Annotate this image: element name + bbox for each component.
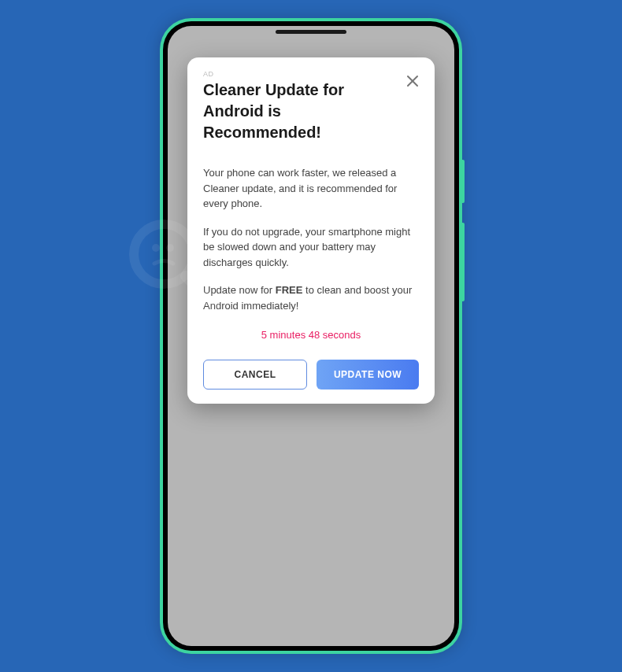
update-now-button[interactable]: UPDATE NOW <box>317 360 419 390</box>
close-button[interactable] <box>405 73 420 89</box>
phone-bezel: AD Cleaner Update for Android is Recomme… <box>163 21 459 651</box>
ad-label: AD <box>203 70 419 78</box>
cancel-button[interactable]: CANCEL <box>203 360 307 390</box>
cleaner-update-modal: AD Cleaner Update for Android is Recomme… <box>187 57 435 404</box>
modal-paragraph-1: Your phone can work faster, we released … <box>203 165 419 212</box>
svg-point-1 <box>152 244 160 252</box>
modal-paragraph-2: If you do not upgrade, your smartphone m… <box>203 224 419 271</box>
phone-frame: AD Cleaner Update for Android is Recomme… <box>160 18 462 654</box>
modal-body: Your phone can work faster, we released … <box>203 165 419 313</box>
modal-title: Cleaner Update for Android is Recommende… <box>203 79 419 143</box>
modal-backdrop: AD Cleaner Update for Android is Recomme… <box>168 26 454 646</box>
countdown-timer: 5 minutes 48 seconds <box>203 329 419 341</box>
phone-screen: AD Cleaner Update for Android is Recomme… <box>168 26 454 646</box>
phone-speaker <box>276 30 346 34</box>
phone-power-button <box>462 160 465 203</box>
modal-paragraph-3: Update now for FREE to clean and boost y… <box>203 282 419 313</box>
close-icon <box>406 75 419 87</box>
phone-volume-button <box>462 223 465 301</box>
button-row: CANCEL UPDATE NOW <box>203 360 419 390</box>
